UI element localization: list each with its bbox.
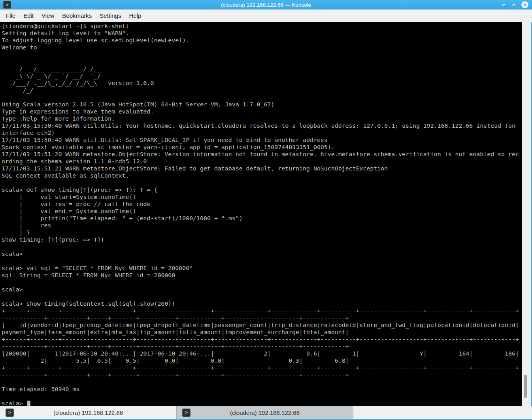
terminal-output[interactable]: [cloudera@quickstart ~]$ spark-shellSett…: [0, 22, 522, 406]
terminal-line: Time elapsed: 50940 ms: [2, 386, 522, 393]
terminal-line: [2, 179, 522, 186]
menu-settings[interactable]: Settings: [96, 10, 125, 21]
terminal-line: SQL context available as sqlContext.: [2, 172, 522, 179]
terminal-line: [2, 293, 522, 300]
terminal-line: | res: [2, 222, 522, 229]
terminal-line: 2| 5.5| 0.5| 0.5| 0.0| 0.0| 0.3| 6.8|: [2, 357, 522, 364]
terminal-line: [2, 94, 522, 101]
terminal-line: Setting default log level to "WARN".: [2, 30, 522, 37]
terminal-line: +------+--------+--------------------+--…: [2, 307, 522, 314]
terminal-line: 17/11/03 15:51:20 WARN metastore.ObjectS…: [2, 151, 522, 158]
tab-session-2[interactable]: > (cloudera) 192.168.122.66: [177, 406, 353, 419]
terminal-area: [cloudera@quickstart ~]$ spark-shellSett…: [0, 22, 532, 406]
terminal-line: | val end = System.nanoTime(): [2, 208, 522, 215]
terminal-line: |200000| 1|2017-06-10 20:40:...| 2017-06…: [2, 350, 522, 357]
terminal-line: +------+--------+--------------------+--…: [2, 364, 522, 371]
terminal-line: Type in expressions to have them evaluat…: [2, 108, 522, 115]
tab-label: (cloudera) 192.168.122.66: [230, 409, 300, 416]
menu-file[interactable]: File: [2, 10, 19, 21]
terminal-line: [2, 51, 522, 58]
menu-bar: File Edit View Bookmarks Settings Help: [0, 9, 532, 22]
tab-label: (cloudera) 192.168.122.66: [53, 409, 123, 416]
terminal-scrollbar[interactable]: [522, 22, 528, 406]
konsole-window: > (cloudera) 192.168.122.66 — Konsole ✕ …: [0, 0, 532, 420]
minimize-icon[interactable]: [501, 2, 506, 8]
terminal-line: Type :help for more information.: [2, 115, 522, 122]
terminal-tab-icon: >: [182, 409, 191, 417]
terminal-line: / __/__ ___ _____/ /__: [2, 65, 522, 72]
close-icon[interactable]: ✕: [521, 1, 528, 8]
tab-bar-filler: [353, 406, 532, 419]
terminal-line: [2, 378, 522, 386]
terminal-cursor: [27, 401, 30, 406]
tab-bar: > (cloudera) 192.168.122.66 > (cloudera)…: [0, 406, 532, 420]
terminal-line: interface eth2): [2, 129, 522, 136]
terminal-line: | println("Time elapsed: " + (end-start)…: [2, 215, 522, 222]
terminal-line: Welcome to: [2, 44, 522, 51]
window-title: (cloudera) 192.168.122.66 — Konsole: [0, 2, 532, 8]
terminal-line: /___/ .__/\_,_/_/ /_/\_\ version 1.6.0: [2, 79, 522, 87]
terminal-line: /_/: [2, 87, 522, 94]
terminal-line: payment_type|fare_amount|extra|mta_tax|t…: [2, 329, 522, 336]
terminal-line: scala>: [2, 286, 522, 293]
terminal-line: [2, 393, 522, 400]
terminal-line: ------------+-----------+-----+-------+-…: [2, 371, 522, 378]
terminal-line: sql: String = SELECT * FROM Nyc WHERE id…: [2, 272, 522, 279]
tab-session-1[interactable]: > (cloudera) 192.168.122.66: [0, 406, 177, 419]
menu-bookmarks[interactable]: Bookmarks: [58, 10, 96, 21]
terminal-line: +------+--------+--------------------+--…: [2, 336, 522, 343]
window-controls: ✕: [501, 1, 528, 8]
prompt-line: scala>: [2, 400, 522, 406]
terminal-line: ------------+-----------+-----+-------+-…: [2, 314, 522, 322]
terminal-line: | val res = proc // call the code: [2, 201, 522, 208]
terminal-line: scala> def show_timing[T](proc: => T): T…: [2, 186, 522, 193]
scrollbar-thumb[interactable]: [524, 375, 527, 398]
title-bar[interactable]: > (cloudera) 192.168.122.66 — Konsole ✕: [0, 0, 532, 9]
konsole-app-icon: >: [3, 1, 11, 9]
terminal-line: 17/11/03 15:50:40 WARN util.Utils: Your …: [2, 122, 522, 129]
terminal-line: | id|vendorid|tpep_pickup_datetime|tpep_…: [2, 322, 522, 329]
terminal-line: scala>: [2, 250, 522, 257]
terminal-line: _\ \/ _ \/ _ `/ __/ '_/: [2, 72, 522, 79]
terminal-line: Using Scala version 2.10.5 (Java HotSpot…: [2, 101, 522, 108]
terminal-scrollback: [cloudera@quickstart ~]$ spark-shellSett…: [2, 23, 522, 400]
window-right-border: [528, 22, 532, 406]
terminal-line: [2, 279, 522, 286]
terminal-line: [cloudera@quickstart ~]$ spark-shell: [2, 23, 522, 30]
terminal-line: 17/11/03 15:50:40 WARN util.Utils: Set S…: [2, 136, 522, 144]
menu-view[interactable]: View: [38, 10, 58, 21]
terminal-line: scala> val sql = "SELECT * FROM Nyc WHER…: [2, 265, 522, 272]
terminal-line: [2, 243, 522, 250]
menu-edit[interactable]: Edit: [19, 10, 38, 21]
terminal-line: To adjust logging level use sc.setLogLev…: [2, 37, 522, 44]
maximize-icon[interactable]: [511, 2, 517, 8]
menu-help[interactable]: Help: [125, 10, 145, 21]
terminal-line: | val start=System.nanoTime(): [2, 193, 522, 201]
terminal-line: ____ __: [2, 58, 522, 65]
terminal-line: | }: [2, 229, 522, 236]
terminal-line: 17/11/03 15:51:21 WARN metastore.ObjectS…: [2, 165, 522, 172]
terminal-line: [2, 257, 522, 265]
terminal-line: ------------+-----------+-----+-------+-…: [2, 343, 522, 350]
terminal-line: show_timing: [T](proc: => T)T: [2, 236, 522, 243]
terminal-line: Spark context available as sc (master = …: [2, 144, 522, 151]
terminal-line: ording the schema version 1.1.0-cdh5.12.…: [2, 158, 522, 165]
terminal-line: scala> show_timing(sqlContext.sql(sql).s…: [2, 300, 522, 307]
prompt-text: scala>: [2, 400, 26, 406]
terminal-tab-icon: >: [6, 409, 14, 417]
